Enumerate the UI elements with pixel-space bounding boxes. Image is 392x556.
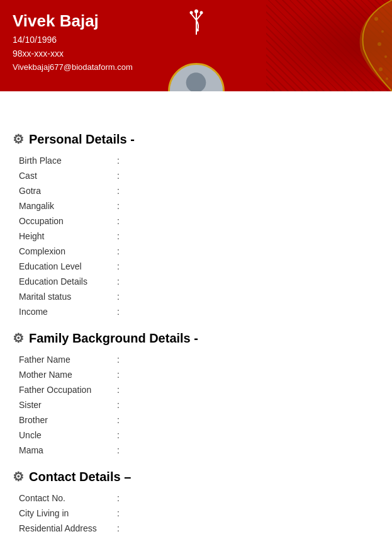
field-label: Mangalik <box>18 198 112 213</box>
field-label: Brother <box>18 412 112 428</box>
svg-point-9 <box>194 9 198 13</box>
field-label: Income <box>18 304 112 319</box>
colon: : <box>112 168 125 183</box>
svg-point-12 <box>196 29 199 31</box>
table-row: Residential Address : <box>18 521 384 536</box>
field-label: Residential Address <box>18 521 112 536</box>
family-details-icon: ⚙ <box>13 331 24 346</box>
svg-point-1 <box>381 30 384 33</box>
field-value <box>125 367 384 382</box>
field-value <box>125 397 384 412</box>
personal-details-title: ⚙ Personal Details - <box>13 132 379 147</box>
table-row: Education Level : <box>18 259 384 274</box>
family-details-section: ⚙ Family Background Details - Father Nam… <box>0 322 392 460</box>
svg-line-7 <box>191 14 196 20</box>
personal-details-table: Birth Place : Cast : Gotra : Mangalik : … <box>18 153 384 319</box>
field-value <box>125 352 384 367</box>
table-row: Marital status : <box>18 289 384 304</box>
field-label: Mother Name <box>18 367 112 382</box>
table-row: Sister : <box>18 397 384 412</box>
table-row: Mama : <box>18 443 384 458</box>
colon: : <box>112 443 125 458</box>
field-label: Education Details <box>18 274 112 289</box>
field-label: Occupation <box>18 213 112 229</box>
table-row: Uncle : <box>18 428 384 443</box>
svg-point-3 <box>384 55 387 58</box>
contact-details-table: Contact No. : City Living in : Residenti… <box>18 491 384 536</box>
table-row: Height : <box>18 229 384 244</box>
field-label: Sister <box>18 397 112 412</box>
svg-point-14 <box>186 72 206 91</box>
personal-details-section: ⚙ Personal Details - Birth Place : Cast … <box>0 123 392 322</box>
field-label: Mama <box>18 443 112 458</box>
colon: : <box>112 289 125 304</box>
field-label: Complexion <box>18 244 112 259</box>
colon: : <box>112 259 125 274</box>
contact-details-icon: ⚙ <box>13 469 24 484</box>
field-value <box>125 198 384 213</box>
colon: : <box>112 506 125 521</box>
field-value <box>125 259 384 274</box>
colon: : <box>112 367 125 382</box>
ganesha-icon <box>184 6 209 42</box>
table-row: Cast : <box>18 168 384 183</box>
colon: : <box>112 213 125 229</box>
table-row: Occupation : <box>18 213 384 229</box>
colon: : <box>112 244 125 259</box>
table-row: Complexion : <box>18 244 384 259</box>
header: Vivek Bajaj 14/10/1996 98xx-xxx-xxx Vive… <box>0 0 392 91</box>
field-value <box>125 412 384 428</box>
field-label: Birth Place <box>18 153 112 168</box>
colon: : <box>112 521 125 536</box>
header-phone: 98xx-xxx-xxx <box>13 48 379 59</box>
field-value <box>125 304 384 319</box>
contact-details-title: ⚙ Contact Details – <box>13 469 379 484</box>
field-label: Cast <box>18 168 112 183</box>
field-value <box>125 213 384 229</box>
field-value <box>125 183 384 198</box>
colon: : <box>112 153 125 168</box>
contact-details-section: ⚙ Contact Details – Contact No. : City L… <box>0 460 392 538</box>
table-row: Father Name : <box>18 352 384 367</box>
field-value <box>125 443 384 458</box>
field-value <box>125 382 384 397</box>
table-row: Father Occupation : <box>18 382 384 397</box>
colon: : <box>112 304 125 319</box>
field-label: Father Occupation <box>18 382 112 397</box>
field-label: Father Name <box>18 352 112 367</box>
table-row: Birth Place : <box>18 153 384 168</box>
field-value <box>125 506 384 521</box>
table-row: Brother : <box>18 412 384 428</box>
table-row: Education Details : <box>18 274 384 289</box>
avatar-container <box>168 63 225 91</box>
colon: : <box>112 412 125 428</box>
svg-point-11 <box>199 11 203 14</box>
field-value <box>125 153 384 168</box>
avatar-silhouette <box>170 65 223 91</box>
field-value <box>125 244 384 259</box>
colon: : <box>112 397 125 412</box>
colon: : <box>112 352 125 367</box>
table-row: Mangalik : <box>18 198 384 213</box>
family-details-title: ⚙ Family Background Details - <box>13 331 379 346</box>
colon: : <box>112 229 125 244</box>
field-label: Education Level <box>18 259 112 274</box>
field-value <box>125 229 384 244</box>
field-value <box>125 428 384 443</box>
avatar <box>168 63 225 91</box>
field-label: Marital status <box>18 289 112 304</box>
field-value <box>125 168 384 183</box>
colon: : <box>112 382 125 397</box>
field-label: Uncle <box>18 428 112 443</box>
colon: : <box>112 491 125 506</box>
personal-details-icon: ⚙ <box>13 132 24 147</box>
table-row: Contact No. : <box>18 491 384 506</box>
field-value <box>125 491 384 506</box>
field-label: Height <box>18 229 112 244</box>
colon: : <box>112 198 125 213</box>
svg-point-5 <box>386 77 388 80</box>
family-details-table: Father Name : Mother Name : Father Occup… <box>18 352 384 458</box>
field-label: City Living in <box>18 506 112 521</box>
field-value <box>125 289 384 304</box>
table-row: Gotra : <box>18 183 384 198</box>
